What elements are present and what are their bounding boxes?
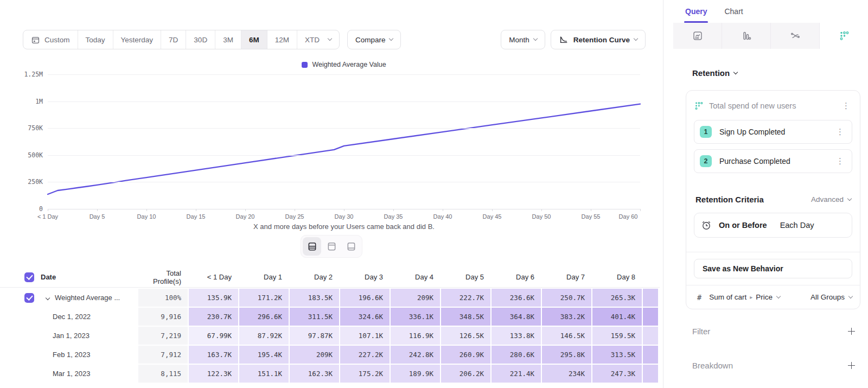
x-axis-tick-label: Day 20 — [236, 213, 255, 220]
toggle-table-only[interactable] — [342, 237, 360, 256]
retention-value-cell: 222.7K — [441, 289, 490, 307]
retention-value-cell: 295.8K — [542, 346, 591, 364]
retention-value-cell: 383.2K — [542, 308, 591, 326]
kebab-menu-icon[interactable]: ⋮ — [840, 101, 852, 111]
add-filter-icon[interactable] — [848, 328, 855, 335]
retention-value-cell: 234K — [542, 365, 591, 383]
retention-data-table: DateTotal Profile(s)< 1 DayDay 1Day 2Day… — [0, 259, 660, 383]
retention-value-cell: 116.9K — [391, 327, 440, 345]
chevron-down-icon — [533, 36, 537, 41]
gridline — [48, 74, 640, 75]
expand-chevron-icon[interactable] — [46, 295, 50, 300]
view-toggles — [0, 235, 663, 258]
retention-value-cell: 175.2K — [340, 365, 390, 383]
range-12m[interactable]: 12M — [267, 30, 297, 49]
tab-insights[interactable] — [673, 23, 722, 49]
chart-legend[interactable]: Weighted Average Value — [48, 61, 640, 68]
retention-value-cell: 260.9K — [441, 346, 490, 364]
toggle-chart-and-table[interactable] — [303, 237, 321, 256]
x-axis-tick-label: Day 15 — [187, 213, 206, 220]
chevron-down-icon — [634, 36, 638, 41]
measure-row: # Sum of cart ▸ Price All Groups — [686, 285, 860, 309]
groups-dropdown[interactable]: All Groups — [810, 293, 852, 301]
measure-property-dropdown[interactable]: Sum of cart ▸ Price — [709, 293, 780, 301]
x-axis-tick-mark — [591, 209, 591, 211]
tab-query[interactable]: Query — [685, 0, 707, 23]
retention-value-cell: 313.5K — [592, 346, 642, 364]
x-axis-tick-mark — [196, 209, 196, 211]
x-axis-tick-mark — [48, 209, 48, 211]
chevron-down-icon — [848, 294, 853, 298]
add-breakdown-icon[interactable] — [848, 362, 855, 369]
tab-flows[interactable] — [770, 23, 819, 49]
save-as-new-behavior-button[interactable]: Save as New Behavior — [694, 259, 852, 278]
step-purchase-completed[interactable]: 2 Purchase Completed ⋮ — [694, 149, 852, 173]
tab-retention[interactable] — [819, 23, 868, 49]
y-axis-tick-label: 250K — [28, 178, 43, 186]
step-sign-up-completed[interactable]: 1 Sign Up Completed ⋮ — [694, 120, 852, 144]
calendar-icon — [31, 35, 40, 44]
split-view-icon — [307, 241, 317, 252]
y-axis-tick-label: 500K — [28, 151, 43, 159]
range-6m-selected[interactable]: 6M — [241, 30, 267, 49]
table-row[interactable]: Jan 1, 20237,21967.99K87.92K97.87K107.1K… — [0, 327, 660, 345]
total-profiles-cell: 7,912 — [138, 346, 188, 364]
x-axis-tick-mark — [295, 209, 295, 211]
table-view-icon — [346, 241, 356, 252]
retention-value-cell: 206.2K — [441, 365, 490, 383]
criteria-mode-dropdown[interactable]: Advanced — [811, 195, 851, 203]
step-number-badge: 2 — [700, 155, 712, 167]
kebab-menu-icon[interactable]: ⋮ — [834, 156, 846, 166]
table-row[interactable]: Feb 1, 20237,912163.7K195.4K209K227.2K24… — [0, 346, 660, 364]
retention-value-cell: 162.3K — [290, 365, 339, 383]
criteria-condition-box[interactable]: On or Before Each Day — [694, 213, 852, 238]
tab-funnels[interactable] — [722, 23, 770, 49]
compare-button[interactable]: Compare — [347, 30, 401, 49]
range-xtd[interactable]: XTD — [297, 30, 339, 49]
filter-section: Filter — [692, 327, 855, 336]
overflow-cell — [643, 365, 658, 383]
select-all-checkbox[interactable] — [24, 272, 34, 282]
column-header: Day 7 — [542, 273, 591, 281]
granularity-dropdown[interactable]: Month — [501, 30, 545, 49]
x-axis-tick-label: Day 55 — [582, 213, 601, 220]
x-axis-tick-label: Day 10 — [137, 213, 156, 220]
chevron-down-icon — [847, 196, 852, 200]
retention-value-cell: 151.1K — [239, 365, 289, 383]
row-checkbox[interactable] — [24, 293, 34, 303]
column-header: Day 8 — [592, 273, 642, 281]
retention-value-cell: 242.8K — [391, 346, 440, 364]
range-yesterday[interactable]: Yesterday — [113, 30, 161, 49]
row-label-cell: Dec 1, 2022 — [0, 308, 137, 326]
toggle-chart-only[interactable] — [322, 237, 341, 256]
behavior-card: Total spend of new users ⋮ 1 Sign Up Com… — [686, 90, 860, 309]
x-axis-tick-mark — [492, 209, 493, 211]
kebab-menu-icon[interactable]: ⋮ — [834, 127, 846, 137]
report-section-dropdown[interactable]: Retention — [692, 68, 860, 78]
table-row[interactable]: Mar 1, 20238,115122.3K151.1K162.3K175.2K… — [0, 365, 660, 383]
total-profiles-cell: 100% — [138, 289, 188, 307]
column-header: Total Profile(s) — [138, 269, 188, 285]
retention-value-cell: 227.2K — [340, 346, 390, 364]
retention-value-cell: 364.8K — [492, 308, 541, 326]
flows-icon — [790, 30, 801, 41]
x-axis-tick-label: Day 35 — [384, 213, 403, 220]
tab-chart[interactable]: Chart — [724, 0, 743, 23]
table-row[interactable]: Dec 1, 20229,916230.7K296.6K311.5K324.6K… — [0, 308, 660, 326]
retention-value-cell: 265.3K — [592, 289, 642, 307]
retention-curve-icon — [559, 35, 569, 44]
retention-value-cell: 311.5K — [290, 308, 339, 326]
retention-value-cell: 296.6K — [239, 308, 289, 326]
query-builder-panel: Query Chart — [663, 0, 868, 388]
retention-value-cell: 159.5K — [592, 327, 642, 345]
range-today[interactable]: Today — [78, 30, 113, 49]
range-30d[interactable]: 30D — [186, 30, 215, 49]
range-7d[interactable]: 7D — [161, 30, 186, 49]
chart-type-dropdown[interactable]: Retention Curve — [551, 30, 646, 49]
row-label: Feb 1, 2023 — [53, 351, 90, 359]
range-3m[interactable]: 3M — [215, 30, 241, 49]
x-axis-tick-mark — [640, 209, 641, 211]
retention-value-cell: 183.5K — [290, 289, 339, 307]
table-row[interactable]: Weighted Average ...100%135.9K171.2K183.… — [0, 289, 660, 307]
range-custom[interactable]: Custom — [23, 30, 78, 49]
